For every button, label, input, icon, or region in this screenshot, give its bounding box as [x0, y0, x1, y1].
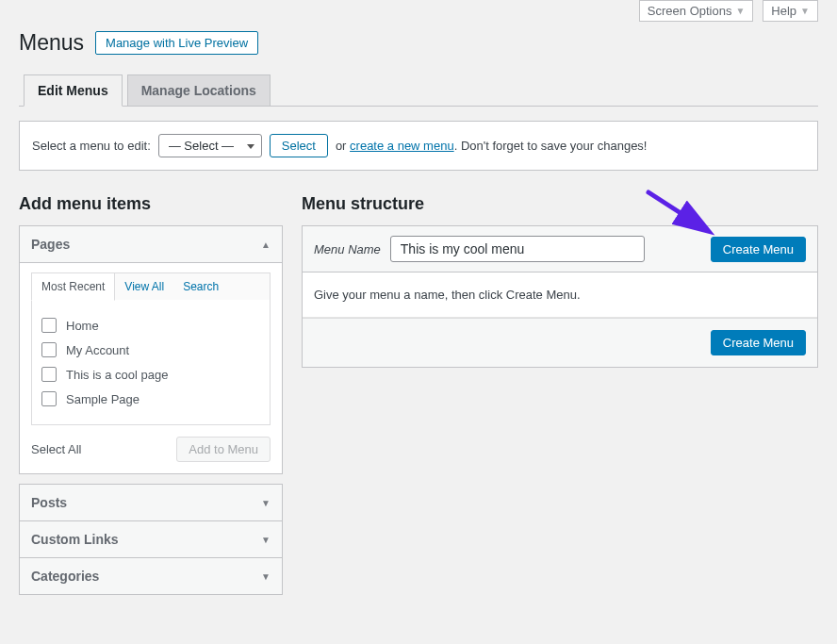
accordion-posts-label: Posts — [31, 495, 67, 510]
page-checkbox[interactable] — [41, 342, 57, 357]
accordion-pages-body: Most Recent View All Search Home My Acco… — [19, 263, 283, 474]
nav-tabs: Edit Menus Manage Locations — [19, 74, 818, 107]
caret-down-icon: ▼ — [261, 498, 271, 508]
menu-instruction-text: Give your menu a name, then click Create… — [303, 272, 817, 318]
tab-view-all[interactable]: View All — [115, 273, 173, 300]
screen-options-label: Screen Options — [648, 4, 732, 18]
accordion-custom-links-label: Custom Links — [31, 532, 119, 547]
page-item[interactable]: This is a cool page — [41, 362, 260, 387]
pages-list: Home My Account This is a cool page Samp… — [31, 300, 271, 425]
screen-options-button[interactable]: Screen Options ▼ — [639, 0, 754, 22]
menu-structure-title: Menu structure — [302, 194, 818, 214]
select-all-link[interactable]: Select All — [31, 442, 81, 456]
accordion-posts-header[interactable]: Posts ▼ — [19, 484, 283, 521]
menu-name-input[interactable] — [390, 236, 645, 262]
page-checkbox[interactable] — [41, 367, 57, 382]
help-button[interactable]: Help ▼ — [763, 0, 818, 22]
create-menu-button-bottom[interactable]: Create Menu — [711, 330, 806, 355]
accordion-pages-header[interactable]: Pages ▲ — [19, 225, 283, 263]
caret-up-icon: ▲ — [261, 239, 271, 250]
tab-search[interactable]: Search — [173, 273, 228, 300]
caret-down-icon: ▼ — [735, 6, 745, 16]
create-menu-button-top[interactable]: Create Menu — [711, 237, 806, 262]
or-text: or — [336, 139, 347, 153]
page-label: My Account — [66, 343, 129, 357]
select-menu-label: Select a menu to edit: — [32, 139, 151, 153]
menu-select-dropdown[interactable]: — Select — — [158, 134, 262, 157]
accordion-categories-header[interactable]: Categories ▼ — [19, 557, 283, 595]
add-menu-items-title: Add menu items — [19, 194, 283, 214]
page-title: Menus — [19, 30, 84, 56]
create-new-menu-link[interactable]: create a new menu — [350, 139, 454, 153]
menu-structure-box: Menu Name Create Menu Give your menu a n… — [302, 225, 818, 368]
accordion-categories-label: Categories — [31, 569, 99, 584]
manage-live-preview-button[interactable]: Manage with Live Preview — [95, 31, 258, 55]
page-label: Sample Page — [66, 392, 140, 406]
select-button[interactable]: Select — [270, 134, 328, 157]
tab-most-recent[interactable]: Most Recent — [31, 272, 115, 301]
menu-name-label: Menu Name — [314, 242, 381, 256]
reminder-text: . Don't forget to save your changes! — [454, 139, 648, 153]
pages-inner-tabs: Most Recent View All Search — [31, 272, 271, 300]
accordion-pages-label: Pages — [31, 237, 70, 252]
page-item[interactable]: My Account — [41, 338, 260, 362]
add-to-menu-button: Add to Menu — [176, 437, 271, 462]
page-checkbox[interactable] — [41, 318, 57, 333]
page-label: Home — [66, 319, 99, 333]
accordion-custom-links-header[interactable]: Custom Links ▼ — [19, 520, 283, 558]
tab-manage-locations[interactable]: Manage Locations — [127, 74, 271, 106]
page-item[interactable]: Sample Page — [41, 387, 260, 411]
help-label: Help — [771, 4, 796, 18]
caret-down-icon: ▼ — [261, 535, 271, 545]
page-checkbox[interactable] — [41, 391, 57, 406]
caret-down-icon: ▼ — [261, 571, 271, 582]
page-item[interactable]: Home — [41, 313, 260, 338]
menu-select-box: Select a menu to edit: — Select — Select… — [19, 121, 818, 171]
tab-edit-menus[interactable]: Edit Menus — [24, 74, 123, 107]
page-label: This is a cool page — [66, 368, 168, 382]
caret-down-icon: ▼ — [800, 6, 810, 16]
